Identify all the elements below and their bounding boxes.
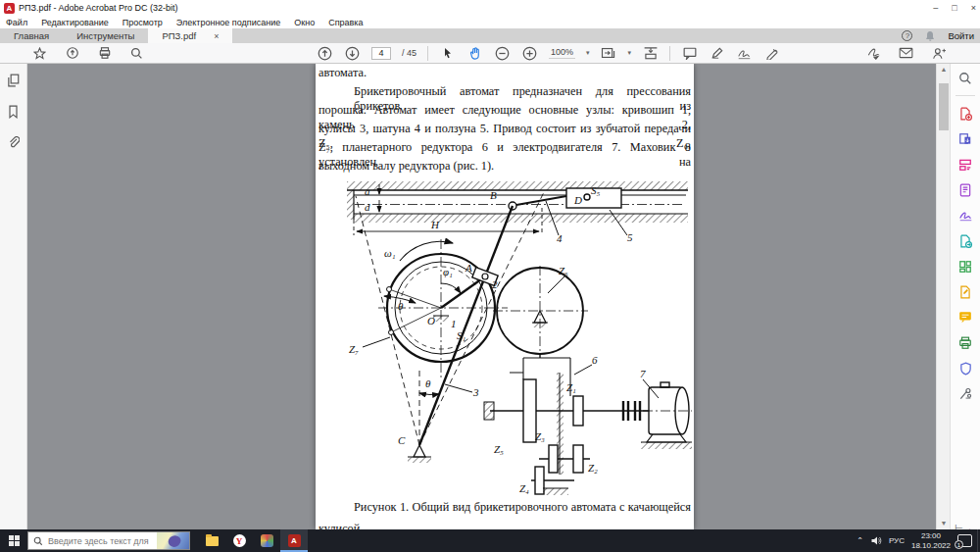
menu-esign[interactable]: Электронное подписание	[176, 18, 280, 27]
scan-ocr-icon[interactable]	[957, 181, 974, 198]
request-signatures-icon[interactable]	[957, 232, 974, 249]
diagram-label: C	[398, 434, 406, 446]
prepare-form-icon[interactable]	[957, 283, 974, 300]
print-icon[interactable]	[96, 45, 113, 62]
select-cursor-icon[interactable]	[439, 45, 456, 62]
diagram-label: O	[427, 315, 435, 326]
taskbar-search[interactable]	[27, 531, 190, 550]
close-button[interactable]: ×	[971, 3, 976, 13]
diagram-label: D	[573, 194, 582, 206]
diagram-label: Z₃	[535, 430, 545, 442]
figure-caption-line1: Рисунок 1. Общий вид брикетировочного ав…	[318, 500, 691, 515]
protect-shield-icon[interactable]	[957, 360, 974, 376]
create-pdf-icon[interactable]	[957, 105, 974, 122]
minimize-button[interactable]: –	[933, 3, 938, 13]
acrobat-taskbar-button[interactable]: A	[280, 529, 308, 552]
search-icon[interactable]	[128, 45, 145, 62]
notification-bell-icon[interactable]	[924, 30, 936, 42]
stamp-tool-icon[interactable]	[763, 45, 780, 62]
favorite-star-icon[interactable]	[31, 45, 48, 62]
pencil-edit-icon[interactable]	[709, 45, 725, 62]
comment-tool-icon[interactable]	[957, 309, 974, 326]
menu-window[interactable]: Окно	[294, 18, 315, 27]
hand-tool-icon[interactable]	[466, 45, 483, 62]
tools-panel	[950, 64, 980, 529]
hidden-icons-caret[interactable]: ⌃	[857, 536, 863, 545]
file-explorer-button[interactable]	[198, 529, 225, 552]
fill-sign-tool-icon[interactable]	[957, 207, 974, 224]
toolbar-divider	[427, 46, 428, 61]
attachments-paperclip-icon[interactable]	[8, 136, 20, 152]
panel-divider	[956, 95, 975, 96]
zoom-dropdown-caret-icon[interactable]: ▾	[586, 49, 590, 57]
menu-view[interactable]: Просмотр	[122, 18, 163, 27]
body-text-line: выходном валу редуктора (рис. 1).	[318, 159, 691, 177]
edit-pdf-icon[interactable]	[957, 156, 974, 173]
zoom-out-icon[interactable]	[494, 45, 511, 62]
sign-link-icon[interactable]	[865, 45, 882, 62]
fit-page-icon[interactable]	[601, 45, 617, 62]
menu-file[interactable]: Файл	[6, 18, 27, 27]
sign-in-button[interactable]: Войти	[948, 30, 974, 41]
figure-1-diagram: adBDS₅54Hω₁φ₁AθθO1S₁2Z₇Z₆Z₅3C6Z₁Z₂Z₃Z₄7	[343, 178, 692, 496]
bookmarks-icon[interactable]	[8, 105, 19, 121]
scrollbar-thumb[interactable]	[939, 83, 949, 130]
tab-tools[interactable]: Инструменты	[63, 28, 148, 43]
diagram-label: S₅	[591, 184, 601, 196]
document-viewport[interactable]: автомата. Брикетировочный автомат предна…	[27, 64, 936, 529]
diagram-label: Z₇	[349, 343, 359, 355]
left-nav-panel	[0, 64, 27, 529]
diagram-label: a	[365, 185, 370, 197]
windows-logo-icon	[9, 535, 20, 546]
search-tools-icon[interactable]	[957, 70, 974, 86]
scroll-up-icon[interactable]: ▲	[937, 64, 951, 75]
scroll-down-icon[interactable]: ▼	[937, 518, 951, 529]
app-shortcut-button[interactable]	[253, 529, 280, 552]
print-production-icon[interactable]	[957, 334, 974, 351]
tab-close-icon[interactable]: ×	[214, 31, 219, 41]
menu-help[interactable]: Справка	[328, 18, 363, 27]
clock[interactable]: 23:00 18.10.2022	[911, 531, 951, 550]
notification-center-icon[interactable]: 1	[957, 534, 972, 547]
previous-page-icon[interactable]	[317, 45, 333, 62]
email-icon[interactable]	[898, 45, 914, 62]
yandex-browser-button[interactable]: Y	[225, 529, 253, 552]
vertical-scrollbar[interactable]: ▲ ▼	[936, 64, 950, 529]
language-indicator[interactable]: РУС	[889, 536, 905, 545]
diagram-label: S₁	[457, 329, 466, 341]
kulisa-group	[356, 192, 544, 463]
body-text-line: кулисы 3, шатуна 4 и ползуна 5. Привод с…	[318, 122, 691, 140]
page-total-label: / 45	[402, 48, 416, 58]
organize-pages-icon[interactable]	[957, 258, 974, 275]
comment-bubble-icon[interactable]	[681, 45, 698, 62]
diagram-label: Z₁	[566, 381, 576, 393]
page-number-input[interactable]	[371, 47, 391, 60]
diagram-labels-group: adBDS₅54Hω₁φ₁AθθO1S₁2Z₇Z₆Z₅3C6Z₁Z₂Z₃Z₄7	[349, 184, 646, 494]
title-bar: A РПЗ.pdf - Adobe Acrobat Pro DC (32-bit…	[0, 0, 980, 16]
diagram-label: 7	[640, 368, 646, 379]
volume-icon[interactable]	[870, 535, 882, 546]
fit-dropdown-caret-icon[interactable]: ▾	[628, 49, 632, 57]
zoom-level-value[interactable]: 100%	[549, 47, 575, 59]
tab-document[interactable]: РПЗ.pdf ×	[148, 28, 232, 43]
add-user-icon[interactable]	[930, 45, 947, 62]
fit-width-icon[interactable]	[642, 45, 659, 62]
clock-date: 18.10.2022	[911, 541, 951, 551]
help-icon[interactable]: ?	[902, 30, 912, 41]
search-highlight-image[interactable]	[157, 532, 189, 549]
fill-sign-pen-icon[interactable]	[736, 45, 753, 62]
start-button[interactable]	[0, 529, 27, 552]
taskbar-search-input[interactable]	[48, 536, 151, 546]
diagram-label: d	[365, 201, 370, 213]
page-thumbnails-icon[interactable]	[7, 74, 20, 89]
menu-edit[interactable]: Редактирование	[41, 18, 109, 27]
share-upload-icon[interactable]	[64, 45, 80, 62]
more-tools-icon[interactable]	[957, 385, 974, 402]
diagram-label: Z₂	[588, 462, 598, 474]
maximize-button[interactable]: □	[952, 3, 956, 13]
next-page-icon[interactable]	[344, 45, 361, 62]
menu-bar: Файл Редактирование Просмотр Электронное…	[0, 16, 980, 28]
export-pdf-icon[interactable]	[957, 130, 974, 147]
tab-home[interactable]: Главная	[0, 28, 63, 43]
zoom-in-icon[interactable]	[521, 45, 538, 62]
